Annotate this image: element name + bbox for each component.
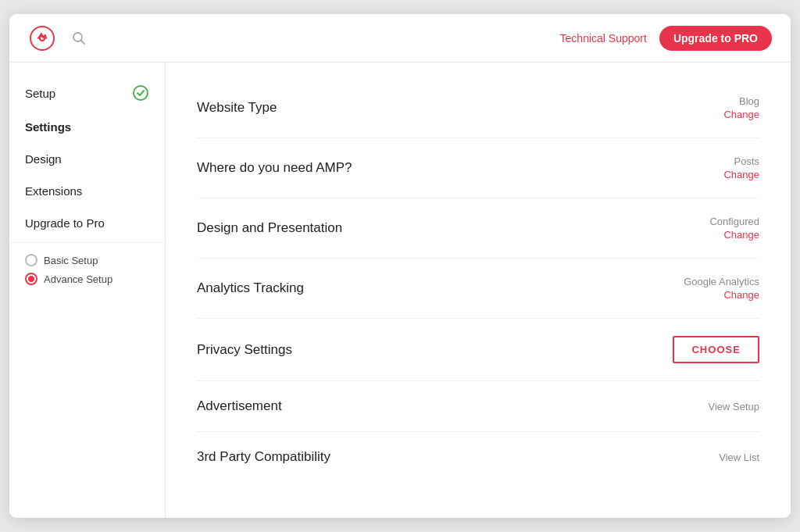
technical-support-link[interactable]: Technical Support: [560, 32, 647, 45]
settings-row-3rd-party-label: 3rd Party Compatibility: [197, 449, 330, 465]
settings-row-analytics-action: Google Analytics Change: [666, 276, 759, 301]
settings-row-analytics: Analytics Tracking Google Analytics Chan…: [197, 259, 759, 319]
settings-row-website-type-value: Blog: [739, 95, 759, 107]
settings-row-3rd-party-action: View List: [666, 452, 759, 463]
radio-advance-inner: [28, 276, 34, 282]
settings-row-website-type: Website Type Blog Change: [197, 78, 759, 138]
search-area: [56, 31, 560, 45]
upgrade-to-pro-button[interactable]: Upgrade to PRO: [659, 26, 772, 51]
sidebar-item-upgrade[interactable]: Upgrade to Pro: [9, 207, 165, 239]
header: Technical Support Upgrade to PRO: [9, 14, 791, 62]
svg-point-1: [40, 36, 45, 41]
header-actions: Technical Support Upgrade to PRO: [560, 26, 772, 51]
settings-row-analytics-label: Analytics Tracking: [197, 280, 304, 296]
sidebar-item-settings[interactable]: Settings: [9, 111, 165, 143]
radio-basic-setup[interactable]: Basic Setup: [25, 254, 149, 266]
3rd-party-view-link[interactable]: View List: [719, 452, 759, 463]
settings-row-advertisement-label: Advertisement: [197, 398, 282, 414]
website-type-change-link[interactable]: Change: [723, 109, 759, 120]
body: Setup Settings Design Extensions Upgrade…: [9, 62, 791, 518]
settings-row-where-amp-action: Posts Change: [666, 155, 759, 180]
settings-row-website-type-action: Blog Change: [666, 95, 759, 120]
settings-row-website-type-label: Website Type: [197, 100, 277, 116]
settings-row-where-amp-label: Where do you need AMP?: [197, 160, 352, 176]
radio-basic-outer: [25, 254, 38, 266]
app-container: Technical Support Upgrade to PRO Setup S…: [9, 14, 791, 518]
design-change-link[interactable]: Change: [723, 229, 759, 241]
radio-basic-label: Basic Setup: [44, 255, 98, 266]
sidebar-item-design[interactable]: Design: [9, 143, 165, 175]
svg-line-3: [81, 40, 85, 44]
settings-row-privacy-action: CHOOSE: [666, 336, 759, 363]
settings-row-analytics-value: Google Analytics: [684, 276, 759, 287]
settings-row-design-label: Design and Presentation: [197, 220, 342, 236]
where-amp-change-link[interactable]: Change: [723, 169, 759, 180]
sidebar-item-design-label: Design: [25, 152, 62, 166]
settings-row-where-amp: Where do you need AMP? Posts Change: [197, 138, 759, 198]
check-icon: [132, 84, 149, 102]
settings-row-design-presentation: Design and Presentation Configured Chang…: [197, 198, 759, 259]
radio-advance-outer: [25, 273, 38, 285]
sidebar-item-setup[interactable]: Setup: [9, 75, 165, 111]
settings-row-privacy-label: Privacy Settings: [197, 342, 292, 358]
sidebar-item-extensions-label: Extensions: [25, 184, 82, 198]
advertisement-view-link[interactable]: View Setup: [708, 401, 759, 412]
settings-row-where-amp-value: Posts: [734, 155, 759, 167]
sidebar-item-settings-label: Settings: [25, 120, 71, 134]
radio-group: Basic Setup Advance Setup: [9, 246, 165, 293]
radio-advance-label: Advance Setup: [44, 273, 112, 285]
main-content: Website Type Blog Change Where do you ne…: [166, 62, 791, 518]
settings-row-design-value: Configured: [709, 216, 759, 227]
privacy-choose-button[interactable]: CHOOSE: [673, 336, 759, 363]
sidebar: Setup Settings Design Extensions Upgrade…: [9, 62, 166, 518]
sidebar-item-setup-label: Setup: [25, 87, 55, 100]
analytics-change-link[interactable]: Change: [723, 289, 759, 301]
sidebar-item-extensions[interactable]: Extensions: [9, 175, 165, 207]
svg-point-0: [30, 27, 54, 50]
sidebar-item-upgrade-label: Upgrade to Pro: [25, 216, 105, 230]
settings-row-advertisement: Advertisement View Setup: [197, 381, 759, 432]
settings-row-design-action: Configured Change: [666, 216, 759, 241]
settings-row-privacy: Privacy Settings CHOOSE: [197, 319, 759, 381]
sidebar-divider: [9, 242, 165, 243]
search-icon: [72, 31, 86, 45]
app-logo: [28, 24, 56, 52]
radio-advance-setup[interactable]: Advance Setup: [25, 273, 149, 285]
svg-point-4: [134, 86, 148, 100]
settings-row-3rd-party: 3rd Party Compatibility View List: [197, 432, 759, 482]
settings-row-advertisement-action: View Setup: [666, 401, 759, 412]
